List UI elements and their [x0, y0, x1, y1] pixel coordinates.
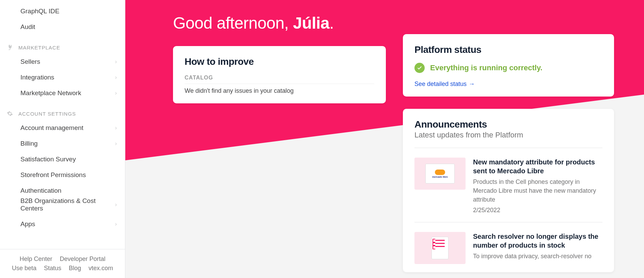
greeting-prefix: Good afternoon,: [173, 14, 293, 32]
plug-icon: [6, 44, 14, 50]
improve-message: We didn't find any issues in your catalo…: [185, 84, 374, 94]
sidebar-item-label: Billing: [20, 140, 115, 147]
content: Good afternoon, Júlia. How to improve CA…: [125, 0, 644, 278]
sidebar-item-sellers[interactable]: Sellers ›: [0, 54, 125, 70]
announcement-item[interactable]: mercado libre New mandatory attribute fo…: [414, 148, 602, 222]
announcement-body: Search resolver no longer displays the n…: [473, 232, 602, 264]
sidebar-item-marketplace-network[interactable]: Marketplace Network ›: [0, 85, 125, 101]
announcement-thumbnail: mercado libre: [414, 158, 466, 190]
announcement-date: 2/25/2022: [473, 207, 602, 214]
sidebar-item-label: Integrations: [20, 74, 115, 81]
status-title: Platform status: [414, 44, 602, 55]
footer-link-vtex[interactable]: vtex.com: [89, 265, 113, 272]
sidebar-item-label: Marketplace Network: [20, 89, 115, 97]
announcement-description: Products in the Cell phones category in …: [473, 177, 602, 204]
main: Good afternoon, Júlia. How to improve CA…: [125, 0, 644, 278]
announcements-title: Announcements: [414, 119, 602, 130]
chevron-right-icon: ›: [115, 221, 117, 227]
greeting-name: Júlia: [293, 14, 329, 32]
card-announcements: Announcements Latest updates from the Pl…: [403, 109, 614, 272]
column-left: Good afternoon, Júlia. How to improve CA…: [173, 14, 386, 278]
sidebar-footer: Help Center Developer Portal Use beta St…: [0, 249, 125, 278]
sidebar-item-b2b-organizations[interactable]: B2B Organizations & Cost Centers ›: [0, 196, 125, 216]
announcement-description: To improve data privacy, search-resolver…: [473, 252, 602, 261]
sidebar-item-apps[interactable]: Apps ›: [0, 216, 125, 232]
sidebar-item-label: Account management: [20, 124, 115, 132]
nav-header-account-settings: ACCOUNT SETTINGS: [0, 107, 125, 120]
status-link-label: See detailed status: [414, 81, 467, 88]
footer-link-blog[interactable]: Blog: [69, 265, 81, 272]
sidebar-item-label: GraphQL IDE: [20, 8, 117, 15]
mercado-libre-icon: mercado libre: [425, 164, 455, 184]
sidebar-item-label: Storefront Permissions: [20, 171, 117, 179]
sidebar-item-account-management[interactable]: Account management ›: [0, 120, 125, 136]
column-right: Platform status Everything is running co…: [403, 14, 614, 278]
footer-link-status[interactable]: Status: [44, 265, 61, 272]
greeting: Good afternoon, Júlia.: [173, 14, 386, 32]
card-how-to-improve: How to improve CATALOG We didn't find an…: [173, 46, 386, 103]
announcement-title: New mandatory attribute for products sen…: [473, 158, 602, 175]
check-circle-icon: [414, 63, 425, 73]
sidebar-item-storefront-permissions[interactable]: Storefront Permissions: [0, 167, 125, 183]
clipboard-icon: [431, 237, 449, 259]
improve-section-label: CATALOG: [185, 75, 374, 81]
sidebar-item-label: B2B Organizations & Cost Centers: [20, 197, 115, 212]
chevron-right-icon: ›: [115, 59, 117, 65]
status-message: Everything is running correctly.: [430, 63, 543, 72]
announcements-list: mercado libre New mandatory attribute fo…: [414, 148, 602, 272]
announcement-body: New mandatory attribute for products sen…: [473, 158, 602, 214]
greeting-suffix: .: [329, 14, 334, 32]
announcement-item[interactable]: Search resolver no longer displays the n…: [414, 222, 602, 272]
chevron-right-icon: ›: [115, 74, 117, 81]
nav-top-section: GraphQL IDE Audit: [0, 3, 125, 35]
sidebar-item-integrations[interactable]: Integrations ›: [0, 70, 125, 85]
arrow-right-icon: →: [469, 81, 475, 88]
footer-link-developer-portal[interactable]: Developer Portal: [60, 255, 105, 263]
footer-link-use-beta[interactable]: Use beta: [12, 265, 36, 272]
chevron-right-icon: ›: [115, 90, 117, 96]
chevron-right-icon: ›: [115, 125, 117, 131]
footer-link-help-center[interactable]: Help Center: [19, 255, 52, 263]
sidebar-item-billing[interactable]: Billing ›: [0, 136, 125, 151]
sidebar: GraphQL IDE Audit MARKETPLACE Sellers › …: [0, 0, 125, 278]
nav-header-marketplace: MARKETPLACE: [0, 41, 125, 54]
gear-icon: [6, 111, 14, 117]
announcement-thumbnail: [414, 232, 466, 264]
sidebar-item-label: Apps: [20, 220, 115, 228]
sidebar-item-label: Authentication: [20, 187, 117, 194]
sidebar-item-satisfaction-survey[interactable]: Satisfaction Survey: [0, 151, 125, 167]
improve-title: How to improve: [185, 56, 374, 67]
announcements-subtitle: Latest updates from the Platform: [414, 131, 602, 140]
sidebar-item-label: Audit: [20, 23, 117, 31]
nav-section-marketplace: MARKETPLACE Sellers › Integrations › Mar…: [0, 41, 125, 101]
card-platform-status: Platform status Everything is running co…: [403, 34, 614, 97]
status-row: Everything is running correctly.: [414, 63, 602, 73]
sidebar-item-label: Satisfaction Survey: [20, 156, 117, 163]
nav-header-label: ACCOUNT SETTINGS: [18, 111, 76, 117]
sidebar-item-authentication[interactable]: Authentication: [0, 183, 125, 196]
announcement-title: Search resolver no longer displays the n…: [473, 232, 602, 250]
status-detail-link[interactable]: See detailed status →: [414, 81, 475, 88]
sidebar-item-audit[interactable]: Audit: [0, 19, 125, 35]
sidebar-scroll: GraphQL IDE Audit MARKETPLACE Sellers › …: [0, 3, 125, 249]
chevron-right-icon: ›: [115, 202, 117, 208]
nav-header-label: MARKETPLACE: [18, 45, 60, 50]
chevron-right-icon: ›: [115, 141, 117, 147]
nav-section-account-settings: ACCOUNT SETTINGS Account management › Bi…: [0, 107, 125, 232]
sidebar-item-label: Sellers: [20, 58, 115, 65]
sidebar-item-graphql-ide[interactable]: GraphQL IDE: [0, 3, 125, 19]
